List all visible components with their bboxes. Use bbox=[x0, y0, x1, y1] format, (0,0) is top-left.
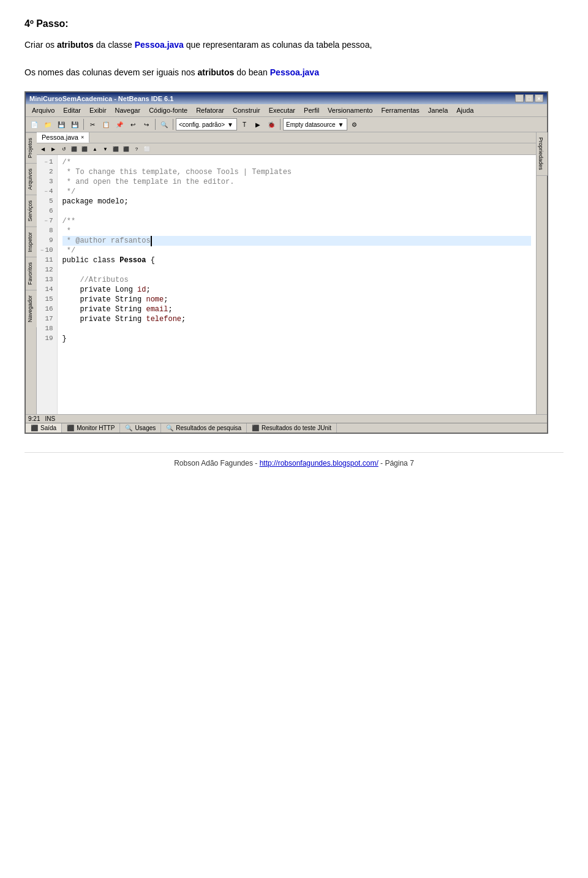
datasource-dropdown[interactable]: Empty datasource ▼ bbox=[283, 118, 347, 131]
toggle-btn[interactable]: ⬛ bbox=[80, 144, 89, 154]
menu-construir[interactable]: Construir bbox=[229, 105, 264, 115]
code-line-1: /* bbox=[62, 157, 531, 167]
bookmark-btn[interactable]: ⬛ bbox=[69, 144, 79, 154]
line-num-3: 3 bbox=[40, 177, 53, 187]
editor-tab-pessoa[interactable]: Pessoa.java × bbox=[37, 132, 89, 143]
code-line-5: package modelo; bbox=[62, 197, 531, 206]
bottom-tab-monitor[interactable]: ⬛ Monitor HTTP bbox=[62, 423, 120, 433]
build-btn[interactable]: T bbox=[238, 118, 251, 131]
code-line-11: public class Pessoa { bbox=[62, 255, 531, 265]
line-num-11: 11 bbox=[40, 255, 53, 265]
javadoc-btn[interactable]: ? bbox=[132, 144, 141, 154]
menu-versionamento[interactable]: Versionamento bbox=[324, 105, 376, 115]
editor-tab-close[interactable]: × bbox=[81, 134, 84, 140]
save-all-btn[interactable]: 💾 bbox=[69, 118, 81, 131]
open-project-btn[interactable]: 📁 bbox=[42, 118, 54, 131]
config-dropdown[interactable]: <config. padrão> ▼ bbox=[176, 118, 237, 131]
line-num-17: 17 bbox=[40, 314, 53, 324]
sidebar-tab-inspetor[interactable]: Inspetor bbox=[26, 227, 37, 257]
switch-view-btn[interactable]: ⬜ bbox=[142, 144, 152, 154]
maximize-button[interactable]: □ bbox=[525, 94, 533, 102]
footer-link[interactable]: http://robsonfagundes.blogspot.com/ bbox=[260, 459, 379, 467]
line-num-8: 8 bbox=[40, 226, 53, 236]
save-btn[interactable]: 💾 bbox=[55, 118, 67, 131]
menu-refatorar[interactable]: Refatorar bbox=[192, 105, 228, 115]
menu-janela[interactable]: Janela bbox=[424, 105, 451, 115]
footer-text: Robson Adão Fagundes - bbox=[174, 459, 259, 467]
menu-executar[interactable]: Executar bbox=[265, 105, 299, 115]
step-title: 4º Passo: bbox=[24, 18, 564, 29]
line-num-10: −10 bbox=[40, 246, 53, 255]
insert-mode: INS bbox=[45, 415, 55, 422]
ide-toolbar: 📄 📁 💾 💾 ✂ 📋 📌 ↩ ↪ 🔍 <config. padrão> ▼ T… bbox=[26, 117, 547, 132]
bottom-tab-monitor-label: Monitor HTTP bbox=[77, 425, 115, 431]
history-btn[interactable]: ↺ bbox=[59, 144, 69, 154]
code-editor[interactable]: −1 2 3 −4 5 6 −7 8 9 −10 11 12 13 14 bbox=[37, 155, 536, 414]
menu-editar[interactable]: Editar bbox=[59, 105, 85, 115]
toolbar-sep-1 bbox=[83, 119, 84, 130]
menu-codigo-fonte[interactable]: Código-fonte bbox=[145, 105, 191, 115]
cursor-position: 9:21 bbox=[28, 415, 40, 422]
cut-btn[interactable]: ✂ bbox=[86, 118, 99, 131]
bottom-tab-junit[interactable]: ⬛ Resultados do teste JUnit bbox=[247, 423, 337, 433]
copy-btn[interactable]: 📋 bbox=[100, 118, 112, 131]
menu-perfil[interactable]: Perfil bbox=[300, 105, 323, 115]
sidebar-tab-propriedades[interactable]: Propriedades bbox=[537, 132, 548, 176]
footer-suffix: - Página 7 bbox=[379, 459, 414, 467]
menu-ajuda[interactable]: Ajuda bbox=[453, 105, 477, 115]
line-num-4: −4 bbox=[40, 187, 53, 197]
ide-right-tabs: Propriedades bbox=[536, 132, 547, 414]
code-line-17: private String telefone; bbox=[62, 314, 531, 324]
forward-btn[interactable]: ▶ bbox=[48, 144, 58, 154]
code-line-7: /** bbox=[62, 216, 531, 226]
bottom-tab-results[interactable]: 🔍 Resultados de pesquisa bbox=[161, 423, 247, 433]
line-num-18: 18 bbox=[40, 324, 53, 334]
prev-btn[interactable]: ▲ bbox=[90, 144, 100, 154]
menu-navegar[interactable]: Navegar bbox=[111, 105, 145, 115]
code-line-12 bbox=[62, 265, 531, 275]
config-dropdown-label: <config. padrão> bbox=[179, 121, 225, 128]
code-line-2: * To change this template, choose Tools … bbox=[62, 167, 531, 177]
members-btn[interactable]: ⬛ bbox=[111, 144, 121, 154]
paste-btn[interactable]: 📌 bbox=[113, 118, 126, 131]
run-btn[interactable]: ▶ bbox=[252, 118, 264, 131]
ide-menubar: Arquivo Editar Exibir Navegar Código-fon… bbox=[26, 104, 547, 117]
redo-btn[interactable]: ↪ bbox=[140, 118, 153, 131]
minimize-button[interactable]: _ bbox=[515, 94, 524, 102]
sidebar-tab-navegador[interactable]: Navegador bbox=[26, 290, 37, 327]
line-num-6: 6 bbox=[40, 206, 53, 216]
editor-secondary-toolbar: ◀ ▶ ↺ ⬛ ⬛ ▲ ▼ ⬛ ⬛ ? ⬜ bbox=[37, 143, 536, 155]
ide-left-tabs: Projetos Arquivos Serviços Inspetor Favo… bbox=[26, 132, 37, 414]
undo-btn[interactable]: ↩ bbox=[127, 118, 139, 131]
code-line-15: private String nome; bbox=[62, 295, 531, 305]
deploy-btn[interactable]: ⚙ bbox=[349, 118, 361, 131]
bottom-tab-monitor-icon: ⬛ bbox=[67, 425, 74, 431]
bottom-tab-junit-label: Resultados do teste JUnit bbox=[262, 425, 331, 431]
bottom-tab-usages[interactable]: 🔍 Usages bbox=[120, 423, 161, 433]
find-btn[interactable]: 🔍 bbox=[158, 118, 170, 131]
next-btn[interactable]: ▼ bbox=[100, 144, 110, 154]
bottom-tab-results-label: Resultados de pesquisa bbox=[176, 425, 241, 431]
sidebar-tab-projetos[interactable]: Projetos bbox=[26, 132, 37, 163]
menu-exibir[interactable]: Exibir bbox=[86, 105, 110, 115]
line-num-14: 14 bbox=[40, 285, 53, 295]
sidebar-tab-favoritos[interactable]: Favoritos bbox=[26, 257, 37, 290]
menu-ferramentas[interactable]: Ferramentas bbox=[378, 105, 423, 115]
ide-title: MiniCursoSemAcademica - NetBeans IDE 6.1 bbox=[29, 95, 173, 102]
line-num-9: 9 bbox=[40, 236, 53, 246]
close-button[interactable]: × bbox=[535, 94, 543, 102]
back-btn[interactable]: ◀ bbox=[38, 144, 48, 154]
code-content[interactable]: /* * To change this template, choose Too… bbox=[58, 155, 536, 414]
sidebar-tab-arquivos[interactable]: Arquivos bbox=[26, 163, 37, 195]
code-line-3: * and open the template in the editor. bbox=[62, 177, 531, 187]
bottom-tab-usages-icon: 🔍 bbox=[125, 425, 132, 431]
new-project-btn[interactable]: 📄 bbox=[28, 118, 40, 131]
desc-text-3: que representaram as colunas da tabela p… bbox=[184, 40, 372, 50]
debug-btn[interactable]: 🐞 bbox=[265, 118, 277, 131]
sidebar-tab-servicos[interactable]: Serviços bbox=[26, 195, 37, 227]
menu-arquivo[interactable]: Arquivo bbox=[28, 105, 58, 115]
code-line-8: * bbox=[62, 226, 531, 236]
editor-tabs: Pessoa.java × bbox=[37, 132, 536, 143]
hierarchy-btn[interactable]: ⬛ bbox=[121, 144, 131, 154]
bottom-tab-saida[interactable]: ⬛ Saída bbox=[26, 423, 62, 433]
